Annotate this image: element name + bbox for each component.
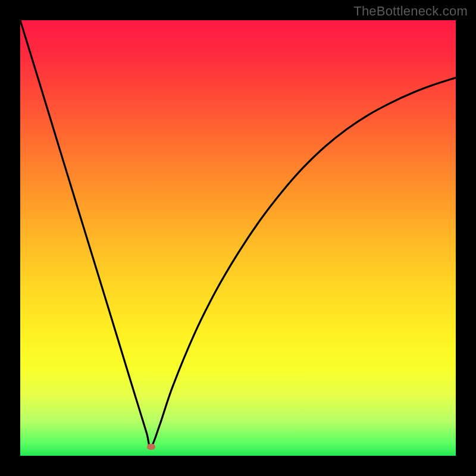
- watermark-text: TheBottleneck.com: [353, 4, 468, 19]
- chart-frame: TheBottleneck.com: [0, 0, 476, 476]
- bottleneck-curve: [20, 20, 456, 456]
- plot-area: [20, 20, 456, 456]
- minimum-marker: [147, 444, 155, 450]
